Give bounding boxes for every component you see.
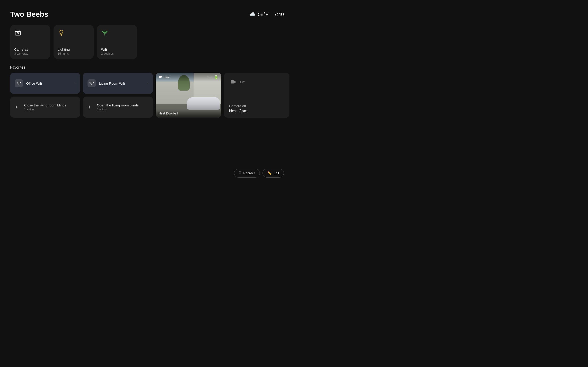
cameras-info: Cameras 3 cameras <box>14 48 46 55</box>
open-blinds-label: Open the living room blinds <box>97 103 139 107</box>
camera-icon <box>14 29 22 36</box>
lighting-name: Lighting <box>58 48 90 51</box>
office-wifi-icon <box>15 79 23 87</box>
living-room-wifi-left: Living Room Wifi <box>87 79 125 87</box>
office-wifi-chevron: › <box>74 81 76 85</box>
sparkle-open-icon: ✦ <box>87 105 91 109</box>
reorder-button[interactable]: ⠿ Reorder <box>234 169 260 177</box>
lighting-info: Lighting 15 lights <box>58 48 90 55</box>
fav-card-nest-cam[interactable]: Off Camera off Nest Cam <box>224 73 289 118</box>
live-text: Live <box>164 75 170 79</box>
category-card-wifi[interactable]: Wifi 2 devices <box>97 25 137 59</box>
living-room-wifi-chevron: › <box>147 81 148 85</box>
camera-top-right: Nest 🔋 <box>207 75 218 79</box>
category-card-cameras[interactable]: Cameras 3 cameras <box>10 25 50 59</box>
office-wifi-left: Office Wifi <box>15 79 42 87</box>
app-title: Two Beebs <box>10 10 48 19</box>
category-card-lighting[interactable]: Lighting 15 lights <box>53 25 94 59</box>
living-room-wifi-label: Living Room Wifi <box>99 81 125 85</box>
weather-icon: ☁️ <box>249 11 255 17</box>
office-wifi-label: Office Wifi <box>26 81 42 85</box>
lighting-sub: 15 lights <box>58 52 90 55</box>
svg-point-4 <box>91 85 92 85</box>
fav-card-nest-doorbell[interactable]: Live Nest 🔋 Nest Doorbell <box>156 73 221 118</box>
wifi-name: Wifi <box>101 48 133 51</box>
close-blinds-info: Close the living room blinds 1 action <box>24 103 66 111</box>
fav-card-living-room-wifi[interactable]: Living Room Wifi › <box>83 73 153 94</box>
scene-car <box>187 97 220 110</box>
live-badge: Live <box>158 75 170 79</box>
camera-off-top: Off <box>229 78 284 86</box>
close-blinds-sub: 1 action <box>24 108 66 111</box>
close-blinds-label: Close the living room blinds <box>24 103 66 107</box>
edit-button[interactable]: ✏️ Edit <box>262 169 284 177</box>
open-blinds-sub: 1 action <box>97 108 139 111</box>
weather-temperature: 58°F <box>258 11 268 17</box>
battery-icon: 🔋 <box>214 75 218 79</box>
wifi-category-icon <box>101 29 108 36</box>
cam-off-icon <box>229 78 237 86</box>
app-container: Two Beebs ☁️ 58°F 7:40 Cameras 3 cameras <box>0 0 294 184</box>
edit-label: Edit <box>274 171 279 175</box>
svg-point-2 <box>104 35 105 35</box>
header-right: ☁️ 58°F 7:40 <box>249 11 284 17</box>
edit-icon: ✏️ <box>267 171 272 175</box>
wifi-info: Wifi 2 devices <box>101 48 133 55</box>
cam-off-label: Camera off <box>229 104 284 108</box>
svg-point-3 <box>19 85 19 85</box>
camera-off-info: Camera off Nest Cam <box>229 104 284 114</box>
clock-display: 7:40 <box>274 11 284 17</box>
favorites-grid: Office Wifi › Living Room Wifi › <box>10 73 284 175</box>
camera-overlay-top: Live Nest 🔋 <box>156 73 221 82</box>
lighting-icon <box>58 29 65 36</box>
category-row: Cameras 3 cameras Lighting 15 lights <box>10 25 284 59</box>
cameras-name: Cameras <box>14 48 46 51</box>
reorder-icon: ⠿ <box>239 171 242 175</box>
wifi-sub: 2 devices <box>101 52 133 55</box>
favorites-label: Favorites <box>10 65 284 69</box>
fav-card-office-wifi[interactable]: Office Wifi › <box>10 73 80 94</box>
camera-overlay-bottom: Nest Doorbell <box>156 109 221 118</box>
bottom-bar: ⠿ Reorder ✏️ Edit <box>234 169 284 177</box>
cam-off-status-label: Off <box>240 80 245 84</box>
fav-card-close-blinds[interactable]: ✦ Close the living room blinds 1 action <box>10 97 80 118</box>
nest-label: Nest <box>207 76 212 79</box>
cameras-sub: 3 cameras <box>14 52 46 55</box>
doorbell-label: Nest Doorbell <box>158 111 178 115</box>
open-blinds-info: Open the living room blinds 1 action <box>97 103 139 111</box>
svg-rect-0 <box>15 31 20 35</box>
living-room-wifi-icon <box>87 79 96 87</box>
fav-card-open-blinds[interactable]: ✦ Open the living room blinds 1 action <box>83 97 153 118</box>
header: Two Beebs ☁️ 58°F 7:40 <box>10 10 284 19</box>
cam-off-name: Nest Cam <box>229 109 284 114</box>
live-camera-icon <box>158 75 162 79</box>
svg-point-1 <box>17 33 19 34</box>
reorder-label: Reorder <box>243 171 255 175</box>
sparkle-close-icon: ✦ <box>15 105 19 109</box>
